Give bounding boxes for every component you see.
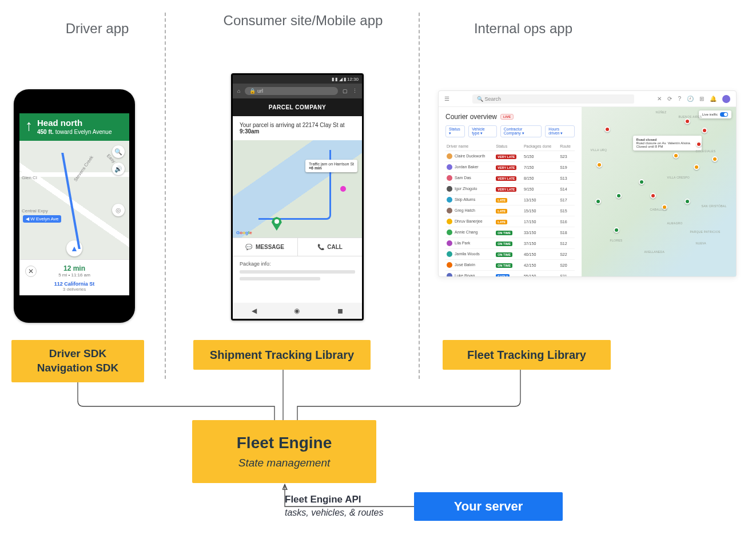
help-icon[interactable]: ?: [678, 96, 681, 102]
filter-status[interactable]: Status ▾: [445, 125, 465, 137]
bell-icon[interactable]: 🔔: [710, 96, 717, 102]
direction-title: Head north: [37, 118, 112, 128]
refresh-icon[interactable]: ⟳: [667, 96, 672, 102]
courier-table: Driver name Status Packages done Route C…: [445, 142, 575, 276]
lock-icon: 🔒: [249, 88, 256, 94]
status-bar: ▮ ▮ ◢ ▮ 12:30: [233, 75, 362, 84]
nav-home-icon[interactable]: ◉: [294, 307, 300, 315]
table-row[interactable]: José BalvinON TIME42/150S20: [445, 260, 575, 271]
search-input[interactable]: 🔍 Search: [472, 94, 634, 104]
vehicle-dot-icon: [340, 186, 346, 192]
vehicle-heading-icon: ▲: [66, 240, 82, 256]
google-logo: Google: [236, 230, 252, 235]
filter-company[interactable]: Contractor Company ▾: [500, 125, 542, 137]
delivery-count: 3 deliveries: [25, 287, 124, 292]
live-traffic-toggle[interactable]: Live traffic: [699, 110, 731, 118]
close-icon[interactable]: ✕: [657, 96, 662, 102]
table-row[interactable]: Greg HatchLATE15/150S15: [445, 205, 575, 216]
more-icon[interactable]: ⋮: [352, 88, 357, 94]
box-your-server: Your server: [414, 492, 563, 521]
close-button[interactable]: ✕: [25, 266, 37, 277]
heading-consumer-app: Consumer site/Mobile app: [223, 11, 383, 29]
heading-driver-app: Driver app: [29, 19, 166, 37]
consumer-map: Traffic jam on Harrison St +6 min Google: [233, 140, 362, 238]
destination-address: 112 California St: [25, 281, 124, 287]
table-row[interactable]: Lila ParkON TIME37/150S12: [445, 238, 575, 249]
table-row[interactable]: Dhruv BanerjeeLATE17/150S16: [445, 216, 575, 227]
direction-subtitle: 450 ft. toward Evelyn Avenue: [37, 129, 112, 135]
android-nav-bar: ◀ ◉ ◼: [233, 303, 362, 319]
box-shipment-tracking: Shipment Tracking Library: [193, 340, 371, 370]
filter-hours[interactable]: Hours driven ▾: [545, 125, 574, 137]
home-icon[interactable]: ⌂: [237, 88, 240, 94]
live-badge: LIVE: [500, 114, 514, 120]
menu-icon[interactable]: ☰: [444, 96, 449, 102]
heading-ops-app: Internal ops app: [443, 19, 603, 37]
browser-url-bar[interactable]: ⌂ 🔒 url ▢ ⋮: [233, 84, 362, 98]
avatar[interactable]: [722, 95, 730, 103]
table-row[interactable]: Jamila WoodsON TIME40/150S22: [445, 249, 575, 260]
traffic-callout: Traffic jam on Harrison St +6 min: [305, 160, 357, 172]
driver-map: Glen Cl Central Expy Stevens Creek Easy …: [19, 141, 129, 261]
nav-back-icon[interactable]: ◀: [252, 307, 257, 315]
nav-direction-banner: ↑ Head north 450 ft. toward Evelyn Avenu…: [19, 113, 129, 141]
call-button[interactable]: 📞 CALL: [298, 238, 363, 256]
destination-pin-icon: [272, 217, 282, 231]
message-button[interactable]: 💬 MESSAGE: [233, 238, 298, 256]
clock-icon[interactable]: 🕘: [687, 96, 694, 102]
driver-app-mock: ↑ Head north 450 ft. toward Evelyn Avenu…: [14, 89, 135, 323]
consumer-app-mock: ▮ ▮ ◢ ▮ 12:30 ⌂ 🔒 url ▢ ⋮ PARCEL COMPANY…: [231, 73, 364, 321]
package-info-section: Package info:: [233, 256, 362, 280]
table-row[interactable]: Luke BryanEARLY55/150S21: [445, 271, 575, 277]
recenter-icon[interactable]: ◎: [112, 204, 125, 216]
tabs-icon[interactable]: ▢: [343, 88, 348, 94]
sound-icon[interactable]: 🔊: [112, 163, 125, 175]
driver-bottom-card: ✕ 12 min 5 mi • 11:16 am 112 California …: [19, 259, 129, 295]
table-row[interactable]: Annie ChangON TIME33/150S18: [445, 227, 575, 238]
turn-arrow-icon: ↑: [25, 118, 33, 133]
filter-row: Status ▾ Vehicle type ▾ Contractor Compa…: [445, 125, 575, 137]
page-title: Courier overview LIVE: [445, 113, 575, 121]
street-chip: ◀ W Evelyn Ave: [23, 215, 61, 223]
table-row[interactable]: Claire DuckworthVERY LATE5/150S23: [445, 151, 575, 162]
nav-recent-icon[interactable]: ◼: [337, 307, 343, 315]
arrival-message: Your parcel is arriving at 22174 Clay St…: [233, 116, 362, 140]
ops-dashboard-mock: ☰ 🔍 Search ✕ ⟳ ? 🕘 ⊞ 🔔 Courier overview …: [438, 90, 737, 277]
box-fleet-tracking: Fleet Tracking Library: [443, 340, 611, 370]
road-closed-callout: Road closedRoad closure on Av. Valentín …: [633, 136, 702, 151]
column-divider: [165, 13, 166, 379]
ops-map: Live traffic Road closedRoad closure on …: [582, 107, 736, 276]
eta-sub: 5 mi • 11:16 am: [42, 272, 106, 278]
table-row[interactable]: Igor ZhogoloVERY LATE9/150S14: [445, 184, 575, 195]
filter-vehicle[interactable]: Vehicle type ▾: [468, 125, 497, 137]
column-divider: [419, 13, 420, 379]
table-row[interactable]: Jordan BakerVERY LATE7/150S19: [445, 162, 575, 173]
box-driver-sdk: Driver SDK Navigation SDK: [11, 340, 144, 382]
fleet-engine-api-label: Fleet Engine API tasks, vehicles, & rout…: [285, 493, 384, 519]
eta-time: 12 min: [42, 264, 106, 272]
grid-icon[interactable]: ⊞: [699, 96, 704, 102]
table-row[interactable]: Skip AllumsLATE13/150S17: [445, 195, 575, 205]
box-fleet-engine: Fleet Engine State management: [192, 420, 376, 483]
search-icon[interactable]: 🔍: [112, 145, 125, 158]
company-title: PARCEL COMPANY: [233, 98, 362, 116]
table-row[interactable]: Sam DasVERY LATE8/150S13: [445, 173, 575, 184]
